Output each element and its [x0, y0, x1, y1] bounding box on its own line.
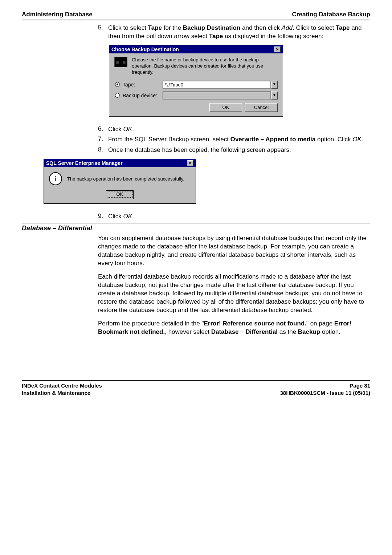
backup-device-combo: [163, 92, 271, 100]
page-footer: INDeX Contact Centre Modules Installatio…: [22, 380, 370, 397]
backup-device-radio-label: Backup device:: [123, 93, 163, 98]
step-7: 7. From the SQL Server Backup screen, se…: [98, 135, 370, 144]
section-heading: Database – Differential: [22, 223, 370, 232]
sql-server-enterprise-manager-dialog: SQL Server Enterprise Manager × i The ba…: [44, 159, 196, 204]
info-icon: i: [49, 172, 62, 185]
close-icon[interactable]: ×: [187, 160, 193, 166]
page-header: Administering Database Creating Database…: [22, 11, 370, 20]
cancel-button[interactable]: Cancel: [245, 103, 278, 112]
footer-page: Page 81: [350, 382, 370, 389]
step-9: 9. Click OK.: [98, 212, 370, 221]
backup-device-radio[interactable]: [115, 93, 120, 98]
close-icon[interactable]: ×: [274, 46, 281, 52]
footer-docid: 38HBK00001SCM - Issue 11 (05/01): [280, 390, 370, 396]
step-8-text: Once the database has been copied, the f…: [108, 146, 370, 154]
tape-device-icon: [114, 57, 127, 67]
step-6-text: Click OK.: [108, 125, 370, 134]
tape-combo[interactable]: \\.\Tape0: [163, 81, 271, 89]
dialog-title: Choose Backup Destination: [111, 46, 179, 52]
header-right: Creating Database Backup: [292, 11, 370, 18]
step-8: 8. Once the database has been copied, th…: [98, 146, 370, 154]
chevron-down-icon: ▼: [271, 92, 278, 100]
chevron-down-icon[interactable]: ▼: [271, 81, 278, 89]
step-9-number: 9.: [98, 212, 108, 221]
step-5: 5. Click to select Tape for the Backup D…: [98, 24, 370, 41]
step-7-text: From the SQL Server Backup screen, selec…: [108, 135, 370, 144]
choose-backup-destination-dialog: Choose Backup Destination × Choose the f…: [109, 45, 283, 117]
footer-product: INDeX Contact Centre Modules: [22, 382, 102, 389]
footer-subtitle: Installation & Maintenance: [22, 390, 90, 396]
header-left: Administering Database: [22, 11, 93, 18]
tape-radio-label: Tape:: [123, 82, 163, 88]
step-9-text: Click OK.: [108, 212, 370, 221]
dialog-message: The backup operation has been completed …: [67, 176, 184, 182]
step-6: 6. Click OK.: [98, 125, 370, 134]
ok-button[interactable]: OK: [209, 103, 242, 112]
dialog-titlebar: Choose Backup Destination ×: [109, 45, 283, 53]
step-6-number: 6.: [98, 125, 108, 134]
step-8-number: 8.: [98, 146, 108, 154]
step-5-number: 5.: [98, 24, 108, 41]
dialog-title: SQL Server Enterprise Manager: [46, 160, 123, 166]
step-7-number: 7.: [98, 135, 108, 144]
dialog-description: Choose the file name or backup device to…: [132, 57, 278, 76]
paragraph-1: You can supplement database backups by u…: [98, 234, 370, 268]
paragraph-2: Each differential database backup record…: [98, 273, 370, 315]
dialog-titlebar: SQL Server Enterprise Manager ×: [44, 159, 196, 167]
tape-radio[interactable]: [115, 82, 120, 87]
ok-button[interactable]: OK: [106, 190, 134, 199]
paragraph-3: Perform the procedure detailed in the "E…: [98, 320, 370, 336]
step-5-text: Click to select Tape for the Backup Dest…: [108, 24, 370, 41]
